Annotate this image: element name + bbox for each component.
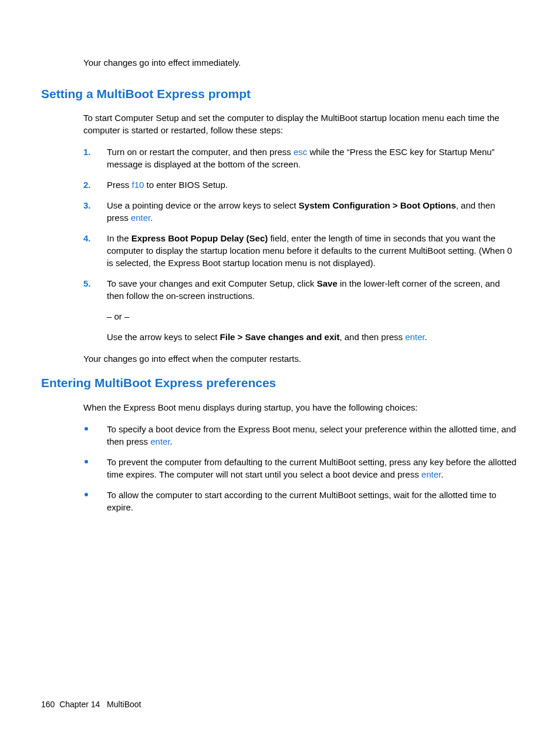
page-footer: 160 Chapter 14 MultiBoot (41, 699, 141, 711)
key-esc: esc (294, 147, 307, 157)
section-heading-setting-prompt: Setting a MultiBoot Express prompt (41, 85, 519, 102)
section1-tail: Your changes go into effect when the com… (83, 352, 519, 365)
key-enter: enter (421, 469, 441, 479)
step-text: In the Express Boot Popup Delay (Sec) fi… (107, 233, 512, 268)
section2-lead: When the Express Boot menu displays duri… (83, 401, 519, 414)
key-enter: enter (405, 332, 424, 342)
step-5: 5. To save your changes and exit Compute… (83, 277, 519, 343)
step-number: 2. (83, 179, 91, 191)
menu-path: System Configuration > Boot Options (299, 200, 456, 210)
step-text: Press f10 to enter BIOS Setup. (107, 180, 228, 190)
page-number: 160 (41, 700, 55, 709)
key-enter: enter (150, 436, 170, 446)
chapter-label: Chapter 14 (59, 700, 100, 709)
step-number: 5. (83, 277, 91, 290)
bullet-text: To specify a boot device from the Expres… (107, 424, 516, 446)
section1-steps: 1. Turn on or restart the computer, and … (83, 146, 519, 343)
save-label: Save (317, 278, 338, 288)
step-2: 2. Press f10 to enter BIOS Setup. (83, 179, 519, 191)
section2-bullets: To specify a boot device from the Expres… (83, 423, 519, 513)
step-text: Use a pointing device or the arrow keys … (107, 200, 495, 223)
step-text: Turn on or restart the computer, and the… (107, 147, 495, 169)
bullet-text: To prevent the computer from defaulting … (107, 457, 517, 479)
step-3: 3. Use a pointing device or the arrow ke… (83, 199, 519, 224)
step-or: – or – (107, 310, 519, 322)
bullet-3: To allow the computer to start according… (83, 489, 519, 513)
step-4: 4. In the Express Boot Popup Delay (Sec)… (83, 232, 519, 269)
step-sub: Use the arrow keys to select File > Save… (107, 331, 519, 343)
step-text: To save your changes and exit Computer S… (107, 278, 500, 301)
intro-text: Your changes go into effect immediately. (83, 56, 519, 69)
section-heading-entering-prefs: Entering MultiBoot Express preferences (41, 374, 519, 391)
field-name: Express Boot Popup Delay (Sec) (131, 233, 268, 243)
step-number: 4. (83, 232, 91, 244)
step-number: 3. (83, 199, 91, 211)
step-1: 1. Turn on or restart the computer, and … (83, 146, 519, 170)
menu-path: File > Save changes and exit (220, 332, 340, 342)
step-number: 1. (83, 146, 91, 158)
page-content: Your changes go into effect immediately.… (0, 0, 560, 513)
bullet-2: To prevent the computer from defaulting … (83, 456, 519, 480)
bullet-1: To specify a boot device from the Expres… (83, 423, 519, 448)
key-enter: enter (131, 213, 150, 223)
section1-lead: To start Computer Setup and set the comp… (83, 112, 519, 136)
chapter-title: MultiBoot (107, 700, 141, 709)
key-f10: f10 (132, 180, 144, 190)
bullet-text: To allow the computer to start according… (107, 490, 497, 512)
